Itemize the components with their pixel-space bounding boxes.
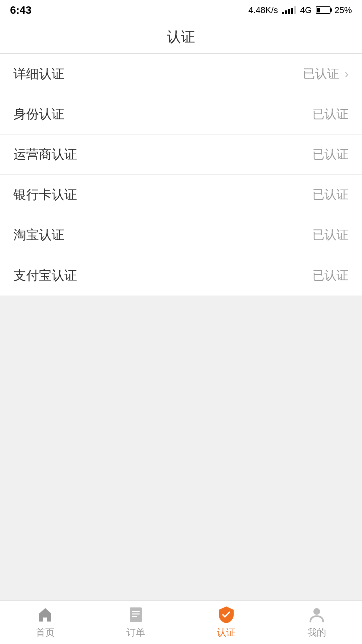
item-right: 已认证 (312, 186, 349, 203)
item-label: 支付宝认证 (13, 267, 77, 284)
svg-rect-3 (132, 616, 137, 617)
tab-order[interactable]: 订单 (90, 601, 181, 644)
item-status: 已认证 (303, 66, 339, 82)
svg-rect-2 (132, 613, 140, 614)
order-icon (127, 606, 144, 624)
tab-mine-label: 我的 (307, 626, 326, 639)
status-bar: 6:43 4.48K/s 4G 25% (0, 0, 362, 20)
carrier-label: 4G (300, 5, 312, 15)
item-right: 已认证 (312, 106, 349, 122)
page-title: 认证 (167, 28, 195, 46)
tab-order-label: 订单 (126, 626, 145, 639)
item-status: 已认证 (312, 267, 349, 284)
certification-list: 详细认证已认证›身份认证已认证运营商认证已认证银行卡认证已认证淘宝认证已认证支付… (0, 54, 362, 296)
home-icon (37, 606, 54, 624)
item-label: 银行卡认证 (13, 186, 77, 203)
list-item[interactable]: 银行卡认证已认证 (0, 175, 362, 215)
item-right: 已认证 (312, 146, 349, 163)
item-label: 淘宝认证 (13, 226, 64, 244)
item-right: 已认证 (312, 267, 349, 284)
svg-rect-1 (132, 611, 140, 612)
list-item[interactable]: 支付宝认证已认证 (0, 255, 362, 296)
tab-mine[interactable]: 我的 (272, 601, 362, 644)
network-speed: 4.48K/s (248, 5, 278, 15)
list-item[interactable]: 运营商认证已认证 (0, 135, 362, 175)
item-right: 已认证› (303, 66, 349, 82)
item-status: 已认证 (312, 106, 349, 122)
tab-home[interactable]: 首页 (0, 601, 90, 644)
list-item[interactable]: 详细认证已认证› (0, 54, 362, 94)
person-icon (308, 606, 325, 624)
tab-home-label: 首页 (36, 626, 55, 639)
tab-certification-label: 认证 (217, 626, 236, 639)
battery-percent: 25% (335, 5, 352, 15)
shield-icon (218, 606, 235, 624)
list-item[interactable]: 淘宝认证已认证 (0, 215, 362, 255)
list-item[interactable]: 身份认证已认证 (0, 94, 362, 135)
item-label: 身份认证 (13, 106, 64, 123)
tab-bar: 首页 订单 认证 我的 (0, 600, 362, 644)
status-right: 4.48K/s 4G 25% (248, 5, 352, 15)
chevron-right-icon: › (345, 67, 349, 81)
svg-rect-0 (130, 607, 142, 622)
signal-icon (282, 6, 296, 14)
battery-icon (316, 6, 330, 14)
item-right: 已认证 (312, 227, 349, 243)
page-header: 认证 (0, 20, 362, 54)
item-status: 已认证 (312, 186, 349, 203)
item-label: 详细认证 (13, 65, 64, 83)
item-status: 已认证 (312, 146, 349, 163)
status-time: 6:43 (10, 4, 32, 16)
gray-background (0, 296, 362, 601)
svg-point-4 (313, 608, 320, 615)
tab-certification[interactable]: 认证 (181, 601, 272, 644)
item-status: 已认证 (312, 227, 349, 243)
item-label: 运营商认证 (13, 146, 77, 163)
